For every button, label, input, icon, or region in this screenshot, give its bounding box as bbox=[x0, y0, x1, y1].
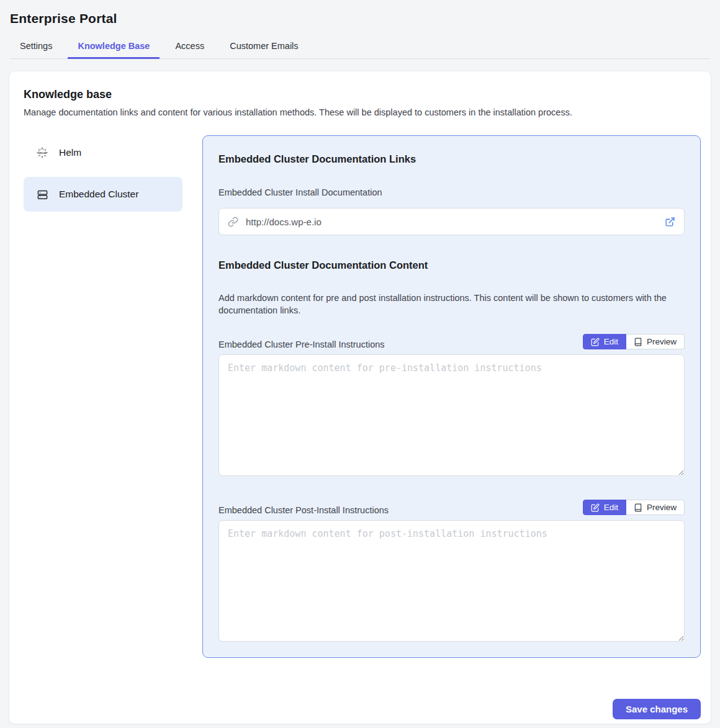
card-title: Knowledge base bbox=[24, 88, 701, 101]
pre-install-preview-button[interactable]: Preview bbox=[626, 334, 685, 349]
external-link-icon[interactable] bbox=[665, 217, 675, 227]
post-install-preview-button[interactable]: Preview bbox=[626, 500, 685, 515]
sidebar-item-embedded-cluster[interactable]: Embedded Cluster bbox=[24, 177, 182, 212]
install-doc-url-input[interactable] bbox=[246, 209, 657, 235]
install-doc-label: Embedded Cluster Install Documentation bbox=[218, 187, 685, 197]
post-install-mode-toggle: Edit Preview bbox=[583, 500, 685, 515]
install-method-nav: HELM Helm Embedded Cluster bbox=[24, 135, 182, 218]
tab-customer-emails[interactable]: Customer Emails bbox=[220, 34, 308, 59]
card-description: Manage documentation links and content f… bbox=[24, 107, 701, 117]
post-install-label: Embedded Cluster Post-Install Instructio… bbox=[218, 505, 389, 515]
main-row: HELM Helm Embedded Cluster Embedde bbox=[24, 135, 701, 658]
sidebar-item-label: Helm bbox=[59, 147, 81, 158]
tab-settings[interactable]: Settings bbox=[10, 34, 62, 59]
app-header: Enterprise Portal Settings Knowledge Bas… bbox=[0, 0, 720, 59]
preview-button-label: Preview bbox=[647, 503, 677, 512]
pre-install-mode-toggle: Edit Preview bbox=[583, 334, 685, 349]
knowledge-base-card: Knowledge base Manage documentation link… bbox=[9, 71, 711, 724]
install-doc-field bbox=[218, 208, 685, 235]
save-changes-button[interactable]: Save changes bbox=[613, 699, 701, 719]
tab-bar: Settings Knowledge Base Access Customer … bbox=[10, 34, 710, 59]
post-install-header-row: Embedded Cluster Post-Install Instructio… bbox=[218, 500, 685, 515]
sidebar-item-helm[interactable]: HELM Helm bbox=[24, 135, 182, 170]
tab-access[interactable]: Access bbox=[165, 34, 214, 59]
card-footer: Save changes bbox=[24, 699, 701, 719]
pre-install-label: Embedded Cluster Pre-Install Instruction… bbox=[218, 339, 385, 349]
edit-button-label: Edit bbox=[604, 503, 618, 512]
links-section-heading: Embedded Cluster Documentation Links bbox=[218, 153, 685, 165]
server-stack-icon bbox=[36, 188, 48, 200]
content-section-description: Add markdown content for pre and post in… bbox=[218, 292, 685, 317]
post-install-edit-button[interactable]: Edit bbox=[583, 500, 626, 515]
svg-text:HELM: HELM bbox=[39, 152, 46, 155]
helm-logo-icon: HELM bbox=[36, 146, 48, 159]
pre-install-edit-button[interactable]: Edit bbox=[583, 334, 626, 349]
pre-install-markdown-textarea[interactable] bbox=[218, 354, 685, 476]
page-title: Enterprise Portal bbox=[10, 11, 710, 26]
edit-button-label: Edit bbox=[604, 337, 618, 346]
content-section-heading: Embedded Cluster Documentation Content bbox=[218, 259, 685, 271]
pre-install-header-row: Embedded Cluster Pre-Install Instruction… bbox=[218, 334, 685, 349]
embedded-cluster-panel: Embedded Cluster Documentation Links Emb… bbox=[202, 135, 701, 658]
edit-pencil-icon bbox=[591, 503, 600, 512]
book-icon bbox=[634, 338, 642, 346]
preview-button-label: Preview bbox=[647, 337, 677, 346]
sidebar-item-label: Embedded Cluster bbox=[59, 189, 138, 200]
book-icon bbox=[634, 503, 642, 512]
tab-knowledge-base[interactable]: Knowledge Base bbox=[68, 34, 160, 59]
chain-link-icon bbox=[228, 217, 238, 227]
post-install-markdown-textarea[interactable] bbox=[218, 520, 685, 642]
edit-pencil-icon bbox=[591, 338, 600, 346]
